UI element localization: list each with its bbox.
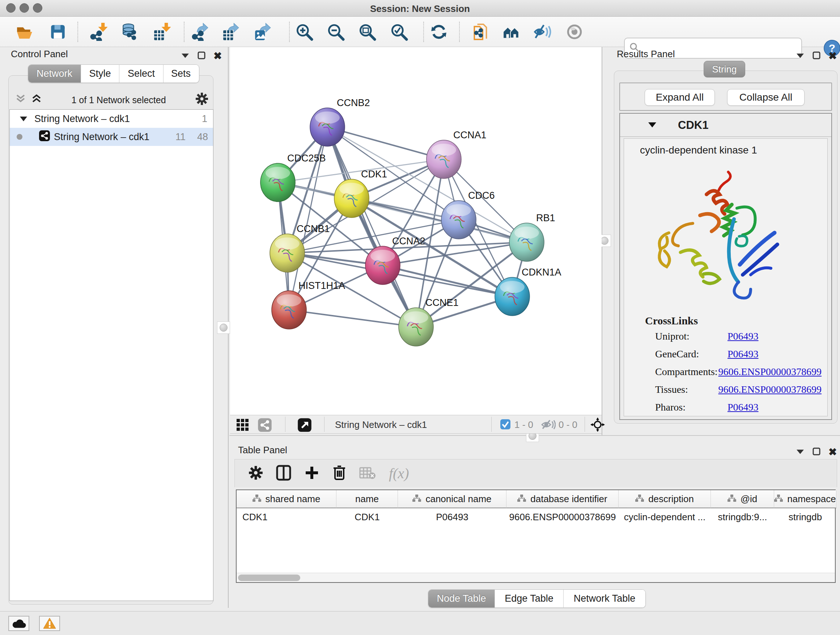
delete-column-trash-icon[interactable] [332, 465, 346, 482]
left-splitter-handle[interactable] [217, 321, 230, 334]
table-h-scrollbar[interactable] [237, 573, 835, 582]
cloud-button[interactable] [8, 616, 29, 631]
table-cell[interactable]: cyclin-dependent ... [619, 508, 711, 526]
table-cell[interactable]: CDK1 [336, 508, 398, 526]
tree-expand-icon[interactable] [19, 113, 28, 125]
tab-select[interactable]: Select [119, 65, 164, 82]
edge-HIST1H1A-CCNE1[interactable] [289, 310, 416, 327]
hide-eye-icon[interactable] [531, 21, 553, 43]
crosslink-link[interactable]: P06493 [728, 402, 759, 413]
column-header-database-identifier[interactable]: database identifier [507, 490, 619, 508]
show-columns-icon[interactable] [276, 465, 291, 482]
node-label-CDK1: CDK1 [361, 169, 387, 180]
crosslink-link[interactable]: P06493 [728, 331, 759, 342]
node-CDK1[interactable] [334, 179, 369, 218]
crosslink-label: Compartments: [655, 366, 718, 378]
panel-float-icon[interactable] [813, 448, 821, 457]
import-database-icon[interactable] [118, 21, 140, 43]
refresh-icon[interactable] [428, 21, 450, 43]
tab-node-table[interactable]: Node Table [428, 590, 495, 608]
tab-string[interactable]: String [704, 61, 745, 78]
crosslink-link[interactable]: P06493 [728, 348, 759, 359]
table-panel-title: Table Panel [238, 445, 287, 456]
column-header-name[interactable]: name [336, 490, 398, 508]
column-header-description[interactable]: description [619, 490, 711, 508]
column-header-namespace[interactable]: namespace [774, 490, 836, 508]
zoom-fit-icon[interactable] [356, 21, 378, 43]
birds-eye-icon[interactable] [591, 417, 605, 433]
zoom-in-icon[interactable] [294, 21, 315, 43]
create-column-plus-icon[interactable] [304, 465, 319, 482]
warnings-button[interactable] [39, 616, 60, 631]
panel-float-icon[interactable] [197, 51, 205, 61]
hidden-eye-icon[interactable] [540, 418, 556, 432]
panel-close-icon[interactable]: ✖ [829, 446, 837, 458]
network-collection-row[interactable]: String Network – cdk1 1 [10, 110, 213, 128]
export-image-icon[interactable] [252, 21, 273, 43]
import-table-icon[interactable] [151, 21, 172, 43]
edge-CCNB2-CCNA1[interactable] [327, 127, 444, 159]
tab-edge-table[interactable]: Edge Table [495, 590, 564, 608]
node-label-CCNB1: CCNB1 [297, 223, 330, 234]
edge-CCNB2-CCNE1[interactable] [327, 127, 416, 327]
grid-view-icon[interactable] [236, 418, 249, 433]
node-CDC6[interactable] [441, 201, 476, 239]
houses-icon[interactable] [500, 21, 522, 43]
expand-all-icon[interactable] [31, 94, 42, 106]
export-table-icon[interactable] [220, 21, 242, 43]
panel-menu-icon[interactable] [181, 52, 189, 60]
crosslink-row: GeneCard: P06493 [655, 348, 821, 360]
panel-close-icon[interactable]: ✖ [213, 50, 222, 62]
delete-table-icon [359, 466, 376, 481]
open-view-icon[interactable] [297, 418, 312, 434]
import-network-icon[interactable] [88, 21, 109, 43]
crosslink-link[interactable]: 9606.ENSP00000378699 [718, 384, 821, 395]
tab-sets[interactable]: Sets [164, 65, 198, 82]
collapse-all-button[interactable]: Collapse All [727, 89, 805, 106]
tab-style[interactable]: Style [81, 65, 119, 82]
expand-all-button[interactable]: Expand All [645, 89, 715, 106]
node-CCNB2[interactable] [310, 108, 345, 146]
table-cell[interactable]: stringdb [774, 508, 836, 526]
node-RB1[interactable] [509, 223, 544, 261]
node-CCNA1[interactable] [426, 140, 461, 179]
open-session-icon[interactable] [14, 21, 35, 43]
column-header--id[interactable]: @id [711, 490, 774, 508]
table-settings-gear-icon[interactable] [248, 466, 263, 481]
table-cell[interactable]: stringdb:9... [711, 508, 774, 526]
selected-checkbox-icon[interactable] [500, 419, 511, 431]
node-CCNB1[interactable] [270, 234, 305, 272]
share-document-icon[interactable] [470, 21, 492, 43]
node-CCNE1[interactable] [399, 308, 433, 346]
node-CDKN1A[interactable] [495, 277, 530, 316]
export-network-icon[interactable] [189, 21, 211, 43]
crosslink-link[interactable]: 9606.ENSP00000378699 [718, 366, 821, 377]
node-HIST1H1A[interactable] [272, 291, 306, 329]
panel-float-icon[interactable] [813, 51, 821, 61]
section-collapse-icon[interactable] [647, 121, 657, 130]
node-CDC25B[interactable] [261, 163, 295, 202]
panel-close-icon[interactable]: ✖ [829, 50, 837, 62]
tab-network-table[interactable]: Network Table [564, 590, 645, 608]
gear-icon[interactable] [195, 92, 208, 108]
eye-icon[interactable] [564, 21, 585, 43]
network-row[interactable]: String Network – cdk1 11 48 [10, 128, 213, 146]
panel-menu-icon[interactable] [796, 52, 805, 60]
gene-section-header[interactable]: CDK1 [620, 114, 831, 137]
collapse-all-icon[interactable] [15, 94, 26, 106]
zoom-selected-icon[interactable] [388, 21, 410, 43]
column-header-canonical-name[interactable]: canonical name [398, 490, 507, 508]
column-header-shared-name[interactable]: shared name [237, 490, 336, 508]
network-selection-bar: 1 of 1 Network selected [9, 90, 213, 109]
zoom-out-icon[interactable] [325, 21, 347, 43]
network-share-icon[interactable] [257, 418, 272, 434]
edge-CCNA2-CDKN1A[interactable] [383, 265, 512, 296]
node-CCNA2[interactable] [365, 246, 400, 285]
panel-menu-icon[interactable] [796, 448, 805, 456]
table-cell[interactable]: CDK1 [237, 508, 336, 526]
tab-network[interactable]: Network [28, 65, 81, 82]
save-session-icon[interactable] [47, 21, 69, 43]
network-canvas[interactable]: CCNB2 CCNA1 CDC25B CDK1 CDC6 RB1 CCNB1 C… [230, 47, 602, 415]
table-cell[interactable]: P06493 [398, 508, 507, 526]
table-cell[interactable]: 9606.ENSP00000378699 [507, 508, 619, 526]
